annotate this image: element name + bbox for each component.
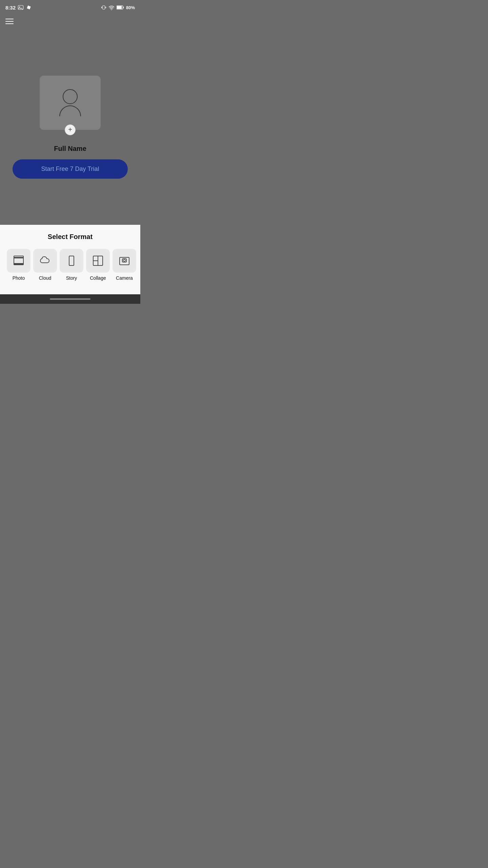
status-right: 80%: [101, 5, 135, 10]
svg-rect-14: [69, 256, 74, 265]
format-label-cloud: Cloud: [39, 275, 52, 281]
camera-format-icon: [118, 255, 130, 267]
format-label-collage: Collage: [90, 275, 106, 281]
profile-icon: [59, 89, 81, 116]
vibrate-icon: [101, 5, 106, 10]
format-icon-box-photo: [7, 249, 30, 273]
home-bar: [50, 298, 90, 300]
format-icon-box-story: [60, 249, 83, 273]
svg-point-20: [123, 259, 125, 261]
profile-body: [59, 105, 81, 116]
svg-point-7: [111, 9, 112, 10]
status-time: 8:32: [5, 5, 16, 11]
hamburger-line-2: [5, 21, 14, 22]
format-item-photo[interactable]: Photo: [7, 249, 30, 281]
battery-percentage: 80%: [126, 5, 135, 10]
svg-rect-2: [103, 6, 105, 9]
main-content: + Full Name Start Free 7 Day Trial: [0, 29, 140, 225]
format-item-collage[interactable]: Collage: [86, 249, 110, 281]
cloud-format-icon: [39, 255, 51, 267]
photo-format-icon: [13, 255, 25, 267]
format-item-cloud[interactable]: Cloud: [33, 249, 57, 281]
wifi-icon: [108, 5, 115, 10]
svg-point-1: [19, 6, 20, 7]
format-item-story[interactable]: Story: [60, 249, 83, 281]
format-grid: Photo Cloud Story: [7, 249, 134, 281]
format-icon-box-camera: [113, 249, 136, 273]
select-format-title: Select Format: [7, 233, 134, 241]
add-photo-button[interactable]: +: [65, 124, 76, 135]
format-item-camera[interactable]: Camera: [113, 249, 136, 281]
battery-icon: [117, 5, 124, 10]
hamburger-menu[interactable]: [0, 14, 140, 29]
start-trial-button[interactable]: Start Free 7 Day Trial: [13, 159, 128, 179]
collage-format-icon: [92, 255, 104, 267]
svg-rect-10: [123, 6, 124, 8]
profile-full-name: Full Name: [54, 145, 86, 153]
svg-rect-9: [117, 6, 122, 9]
format-label-story: Story: [66, 275, 77, 281]
story-format-icon: [65, 255, 78, 267]
format-icon-box-cloud: [33, 249, 57, 273]
profile-head: [63, 89, 78, 104]
format-label-camera: Camera: [116, 275, 133, 281]
status-bar: 8:32: [0, 0, 140, 14]
format-icon-box-collage: [86, 249, 110, 273]
bottom-sheet: Select Format Photo Cloud: [0, 225, 140, 294]
hamburger-line-3: [5, 23, 14, 24]
svg-rect-0: [18, 5, 23, 9]
pinwheel-status-icon: [26, 4, 32, 11]
photo-status-icon: [18, 4, 24, 11]
profile-card: +: [40, 76, 101, 130]
hamburger-line-1: [5, 19, 14, 19]
format-label-photo: Photo: [13, 275, 25, 281]
home-indicator: [0, 294, 140, 304]
status-left: 8:32: [5, 4, 32, 11]
